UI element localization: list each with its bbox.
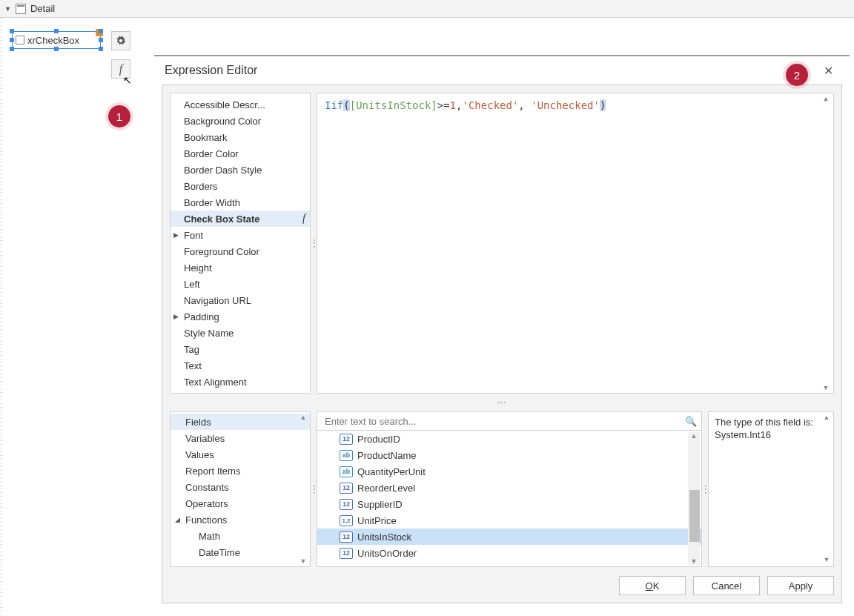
expression-editor-window: Expression Editor ✕ Accessible Descr...B…	[154, 55, 850, 611]
xr-checkbox-control[interactable]: xrCheckBox	[12, 31, 101, 49]
field-item[interactable]: 12SupplierID	[317, 496, 701, 512]
category-item[interactable]: Constants	[171, 479, 310, 495]
property-item[interactable]: ▶Padding	[171, 308, 310, 325]
type-tag-icon: 12	[340, 531, 353, 543]
property-item[interactable]: Top	[171, 390, 310, 394]
resize-handle[interactable]	[10, 38, 14, 42]
document-icon	[16, 4, 26, 14]
resize-handle[interactable]	[99, 38, 103, 42]
collapse-arrow-icon[interactable]: ▼	[4, 5, 11, 13]
expand-arrow-icon[interactable]: ▶	[173, 313, 179, 320]
type-tag-icon: ab	[340, 466, 353, 477]
property-label: Left	[184, 279, 200, 290]
expression-editor-titlebar: Expression Editor ✕	[154, 56, 850, 85]
expression-code-editor[interactable]: Iif([UnitsInStock]>=1,'Checked', 'Unchec…	[317, 93, 834, 394]
category-item[interactable]: Values	[171, 446, 310, 463]
vertical-splitter[interactable]	[311, 411, 317, 567]
type-tag-icon: 12	[340, 434, 353, 445]
horizontal-splitter[interactable]	[170, 400, 834, 405]
detail-band-header[interactable]: ▼ Detail	[0, 0, 854, 18]
field-name: ProductID	[357, 434, 400, 445]
field-name: QuantityPerUnit	[357, 466, 426, 477]
property-item[interactable]: Text	[171, 357, 310, 374]
property-item[interactable]: Text Alignment	[171, 374, 310, 390]
ok-button[interactable]: OK	[619, 576, 686, 595]
property-item[interactable]: Bookmark	[171, 129, 310, 145]
property-item[interactable]: Check Box Statef	[171, 211, 310, 227]
fields-list-panel[interactable]: 12ProductIDabProductNameabQuantityPerUni…	[317, 431, 702, 567]
category-label: Report Items	[185, 466, 240, 477]
info-text: The type of this field is:	[715, 417, 827, 429]
property-label: Navigation URL	[184, 295, 251, 306]
category-label: DateTime	[199, 547, 240, 558]
search-icon[interactable]: 🔍	[685, 416, 697, 427]
cancel-button[interactable]: Cancel	[693, 576, 760, 595]
field-item[interactable]: abProductName	[317, 447, 701, 463]
field-item[interactable]: abQuantityPerUnit	[317, 463, 701, 480]
function-f-icon: f	[302, 213, 305, 225]
category-item[interactable]: Operators	[171, 495, 310, 511]
property-item[interactable]: Accessible Descr...	[171, 96, 310, 113]
category-item[interactable]: DateTime	[171, 544, 310, 560]
resize-handle[interactable]	[10, 47, 14, 51]
vertical-splitter[interactable]	[702, 411, 708, 567]
property-item[interactable]: Height	[171, 259, 310, 276]
field-item[interactable]: 12ReorderLevel	[317, 480, 701, 496]
category-item[interactable]: Fields	[171, 414, 310, 430]
checkbox-box-icon	[16, 36, 24, 44]
apply-button[interactable]: Apply	[767, 576, 834, 595]
field-name: ReorderLevel	[357, 483, 415, 494]
property-item[interactable]: Foreground Color	[171, 243, 310, 259]
smart-tag-gear-button[interactable]	[111, 31, 130, 50]
expression-button[interactable]: f	[111, 59, 130, 79]
vertical-splitter[interactable]	[311, 93, 317, 394]
properties-panel[interactable]: Accessible Descr...Background ColorBookm…	[170, 93, 311, 394]
category-label: Fields	[185, 417, 211, 428]
scrollbar[interactable]: ▲▼	[298, 414, 308, 565]
field-item[interactable]: 12UnitsInStock	[317, 529, 701, 545]
category-item[interactable]: Variables	[171, 430, 310, 446]
search-input[interactable]	[325, 416, 685, 427]
resize-handle[interactable]	[54, 29, 59, 33]
field-name: UnitsInStock	[357, 531, 411, 543]
property-label: Height	[184, 262, 212, 274]
property-label: Border Color	[184, 148, 239, 159]
resize-handle[interactable]	[99, 47, 103, 51]
close-button[interactable]: ✕	[818, 61, 839, 81]
field-name: UnitsOnOrder	[357, 548, 417, 559]
property-item[interactable]: ▶Font	[171, 227, 310, 243]
property-item[interactable]: Tag	[171, 341, 310, 357]
property-item[interactable]: Navigation URL	[171, 292, 310, 308]
category-label: Functions	[185, 514, 227, 526]
category-item[interactable]: Math	[171, 528, 310, 544]
resize-handle[interactable]	[10, 29, 14, 33]
scrollbar[interactable]: ▲▼	[820, 95, 832, 391]
scrollbar-thumb[interactable]	[689, 490, 700, 542]
expand-arrow-icon[interactable]: ◢	[175, 516, 180, 523]
field-name: UnitPrice	[357, 515, 397, 526]
property-item[interactable]: Border Width	[171, 194, 310, 211]
category-item[interactable]: ◢Functions	[171, 511, 310, 528]
property-label: Style Name	[184, 328, 234, 339]
resize-handle[interactable]	[54, 47, 59, 51]
resize-handle[interactable]	[99, 29, 103, 33]
category-label: Variables	[185, 433, 225, 444]
expand-arrow-icon[interactable]: ▶	[173, 231, 179, 239]
property-item[interactable]: Left	[171, 276, 310, 292]
property-item[interactable]: Style Name	[171, 325, 310, 341]
category-item[interactable]: Report Items	[171, 463, 310, 479]
field-item[interactable]: 12ProductID	[317, 431, 701, 447]
property-item[interactable]: Border Dash Style	[171, 162, 310, 178]
annotation-badge-2: 2	[786, 64, 808, 86]
scrollbar[interactable]: ▲▼	[821, 414, 832, 565]
checkbox-label: xrCheckBox	[27, 35, 79, 46]
field-item[interactable]: 12UnitsOnOrder	[317, 545, 701, 561]
property-item[interactable]: Background Color	[171, 113, 310, 129]
property-item[interactable]: Borders	[171, 178, 310, 194]
code-token: ,	[518, 99, 531, 111]
field-item[interactable]: 1,2UnitPrice	[317, 512, 701, 529]
property-item[interactable]: Border Color	[171, 145, 310, 162]
search-box[interactable]: 🔍	[317, 411, 702, 431]
field-name: SupplierID	[357, 499, 403, 510]
categories-panel[interactable]: FieldsVariablesValuesReport ItemsConstan…	[170, 411, 311, 567]
